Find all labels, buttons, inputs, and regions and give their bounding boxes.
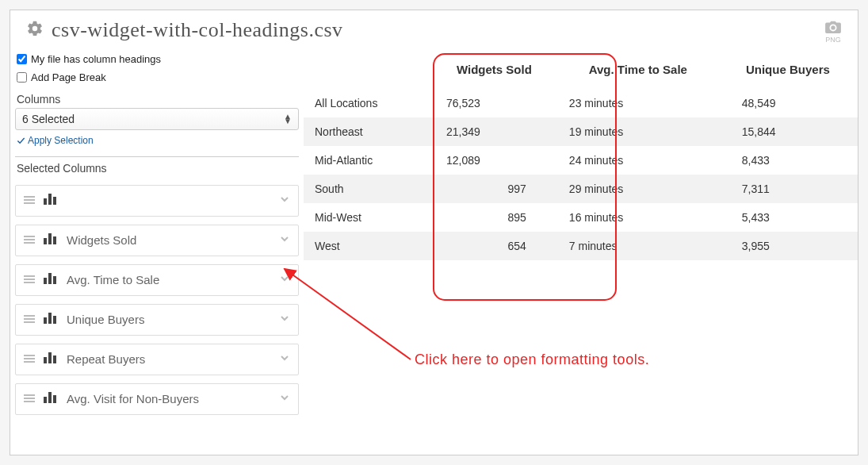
bar-chart-icon xyxy=(43,233,57,248)
cell-widgets-sold: 997 xyxy=(430,175,558,203)
svg-rect-28 xyxy=(48,352,52,363)
columns-select-value: 6 Selected xyxy=(22,113,75,125)
has-headings-label[interactable]: My file has column headings xyxy=(31,53,161,65)
cell-location: West xyxy=(304,232,430,260)
cell-widgets-sold: 654 xyxy=(430,232,558,260)
svg-rect-9 xyxy=(44,238,47,244)
table-row: West6547 minutes3,955 xyxy=(304,232,858,260)
table-header: Unique Buyers xyxy=(718,50,858,89)
gear-icon xyxy=(26,20,44,40)
export-png-label: PNG xyxy=(824,36,842,44)
table-row: Mid-West89516 minutes5,433 xyxy=(304,203,858,232)
bar-chart-icon xyxy=(43,313,57,327)
svg-rect-22 xyxy=(48,313,52,324)
column-item-label: Unique Buyers xyxy=(67,313,279,326)
cell-location: South xyxy=(304,175,430,203)
table-header: Widgets Sold xyxy=(430,50,558,89)
svg-rect-23 xyxy=(53,316,56,324)
cell-unique-buyers: 8,433 xyxy=(718,146,858,175)
cell-unique-buyers: 5,433 xyxy=(718,203,858,232)
cell-widgets-sold: 12,089 xyxy=(430,146,558,175)
bar-chart-icon xyxy=(43,273,57,287)
cell-time: 23 minutes xyxy=(558,89,718,117)
table-header xyxy=(304,50,430,89)
column-item[interactable]: Avg. Visit for Non-Buyers xyxy=(15,383,299,415)
table-row: All Locations76,52323 minutes48,549 xyxy=(304,89,858,117)
updown-icon: ▲▼ xyxy=(284,114,292,124)
cell-time: 19 minutes xyxy=(558,117,718,146)
table-header: Avg. Time to Sale xyxy=(558,50,718,89)
drag-handle-icon[interactable] xyxy=(24,352,35,367)
svg-rect-17 xyxy=(53,276,56,284)
column-item-label: Widgets Sold xyxy=(67,233,279,247)
column-item[interactable] xyxy=(15,185,299,217)
cell-time: 29 minutes xyxy=(558,175,718,203)
columns-select[interactable]: 6 Selected ▲▼ xyxy=(15,108,299,130)
sidebar: My file has column headings Add Page Bre… xyxy=(10,50,304,423)
apply-selection-label: Apply Selection xyxy=(28,135,94,146)
column-item[interactable]: Widgets Sold xyxy=(15,225,299,256)
cell-location: All Locations xyxy=(304,89,430,117)
svg-rect-4 xyxy=(48,194,52,205)
svg-rect-10 xyxy=(48,233,52,244)
svg-rect-16 xyxy=(48,273,52,284)
column-item[interactable]: Avg. Time to Sale xyxy=(15,264,299,296)
column-item-label: Repeat Buyers xyxy=(67,352,279,366)
page-break-label[interactable]: Add Page Break xyxy=(31,71,106,83)
chevron-down-icon[interactable] xyxy=(279,194,290,208)
svg-rect-11 xyxy=(53,236,56,244)
cell-widgets-sold: 76,523 xyxy=(430,89,558,117)
svg-rect-35 xyxy=(53,395,56,403)
export-png-button[interactable]: PNG xyxy=(824,20,842,44)
check-icon xyxy=(17,136,25,145)
drag-handle-icon[interactable] xyxy=(24,194,35,208)
svg-rect-15 xyxy=(44,278,47,284)
cell-unique-buyers: 3,955 xyxy=(718,232,858,260)
column-item[interactable]: Unique Buyers xyxy=(15,304,299,336)
selected-columns-heading: Selected Columns xyxy=(15,162,299,175)
columns-label: Columns xyxy=(15,93,299,106)
column-item-label: Avg. Visit for Non-Buyers xyxy=(67,392,279,405)
table-row: Mid-Atlantic12,08924 minutes8,433 xyxy=(304,146,858,175)
chevron-down-icon[interactable] xyxy=(279,352,290,367)
drag-handle-icon[interactable] xyxy=(24,273,35,287)
cell-unique-buyers: 15,844 xyxy=(718,117,858,146)
svg-rect-3 xyxy=(44,198,47,205)
page-break-checkbox[interactable] xyxy=(17,72,27,83)
table-row: South99729 minutes7,311 xyxy=(304,175,858,203)
svg-rect-27 xyxy=(44,357,47,363)
drag-handle-icon[interactable] xyxy=(24,392,35,406)
chevron-down-icon[interactable] xyxy=(279,392,290,406)
svg-rect-21 xyxy=(44,317,47,324)
apply-selection-link[interactable]: Apply Selection xyxy=(15,135,94,146)
chevron-down-icon[interactable] xyxy=(279,313,290,327)
cell-unique-buyers: 7,311 xyxy=(718,175,858,203)
camera-icon xyxy=(824,20,842,34)
svg-rect-5 xyxy=(53,197,56,205)
cell-time: 24 minutes xyxy=(558,146,718,175)
chevron-down-icon[interactable] xyxy=(279,273,290,287)
bar-chart-icon xyxy=(43,352,57,367)
cell-widgets-sold: 21,349 xyxy=(430,117,558,146)
cell-unique-buyers: 48,549 xyxy=(718,89,858,117)
cell-location: Mid-Atlantic xyxy=(304,146,430,175)
data-table: Widgets SoldAvg. Time to SaleUnique Buye… xyxy=(304,50,858,260)
drag-handle-icon[interactable] xyxy=(24,313,35,327)
svg-rect-29 xyxy=(53,355,56,363)
cell-location: Mid-West xyxy=(304,203,430,232)
cell-time: 7 minutes xyxy=(558,232,718,260)
table-row: Northeast21,34919 minutes15,844 xyxy=(304,117,858,146)
cell-widgets-sold: 895 xyxy=(430,203,558,232)
drag-handle-icon[interactable] xyxy=(24,233,35,248)
cell-time: 16 minutes xyxy=(558,203,718,232)
cell-location: Northeast xyxy=(304,117,430,146)
callout-text: Click here to open formatting tools. xyxy=(415,352,649,368)
page-title: csv-widget-with-col-headings.csv xyxy=(52,18,343,42)
has-headings-checkbox[interactable] xyxy=(17,54,27,64)
bar-chart-icon xyxy=(43,392,57,406)
column-item-label: Avg. Time to Sale xyxy=(67,273,279,286)
svg-rect-34 xyxy=(48,392,52,403)
svg-rect-33 xyxy=(44,397,47,403)
column-item[interactable]: Repeat Buyers xyxy=(15,344,299,375)
chevron-down-icon[interactable] xyxy=(279,233,290,248)
